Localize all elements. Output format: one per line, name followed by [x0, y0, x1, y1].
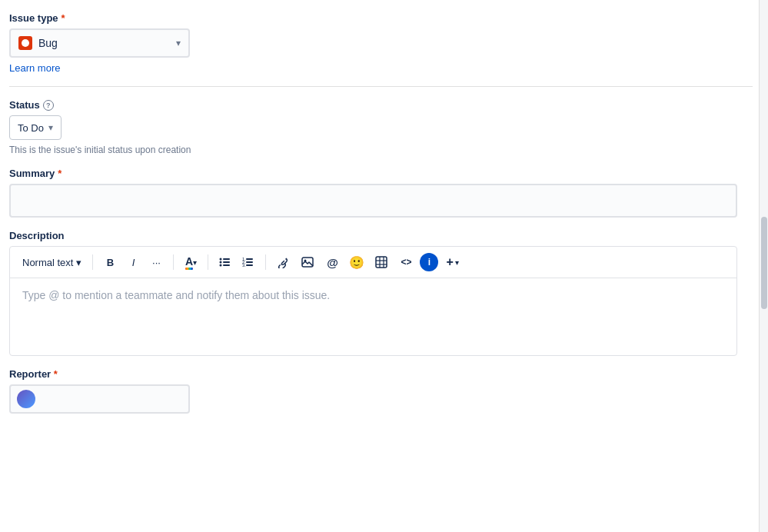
scrollbar-thumb[interactable]	[761, 217, 767, 309]
svg-rect-14	[376, 257, 387, 268]
summary-required: *	[58, 168, 62, 179]
reporter-label: Reporter *	[9, 368, 753, 380]
status-info-icon[interactable]: ?	[43, 100, 54, 111]
status-label-text: Status	[9, 99, 40, 111]
issue-type-left: Bug	[18, 36, 58, 50]
svg-rect-3	[223, 261, 230, 263]
bug-icon	[18, 36, 32, 50]
toolbar-divider-1	[92, 254, 93, 270]
status-label: Status ?	[9, 99, 753, 111]
issue-type-section: Issue type * Bug ▾ Learn more	[9, 12, 753, 74]
issue-type-chevron-icon: ▾	[176, 38, 181, 48]
description-label: Description	[9, 230, 753, 241]
status-dropdown[interactable]: To Do ▾	[9, 115, 62, 140]
issue-type-value: Bug	[38, 37, 58, 49]
mention-button[interactable]: @	[321, 251, 343, 273]
svg-text:3.: 3.	[242, 263, 246, 268]
color-a-letter: A	[185, 255, 193, 268]
reporter-section: Reporter *	[9, 368, 753, 414]
summary-section: Summary *	[9, 168, 753, 218]
info-letter: i	[428, 257, 431, 268]
status-section: Status ? To Do ▾ This is the issue's ini…	[9, 99, 753, 155]
reporter-input[interactable]	[9, 384, 190, 414]
code-button[interactable]: <>	[395, 251, 417, 273]
color-a-wrapper: A	[185, 255, 193, 270]
svg-rect-5	[223, 264, 230, 266]
svg-rect-1	[223, 258, 230, 260]
color-underline	[185, 268, 193, 270]
color-chevron-icon: ▾	[193, 258, 197, 267]
list-group: 1. 2. 3.	[214, 251, 259, 273]
description-editor: Normal text ▾ B I ··· A ▾	[9, 246, 737, 356]
link-button[interactable]	[272, 251, 294, 273]
plus-chevron-icon: ▾	[455, 258, 459, 267]
ordered-list-button[interactable]: 1. 2. 3.	[238, 251, 259, 273]
text-color-button[interactable]: A ▾	[180, 251, 201, 273]
bullet-list-button[interactable]	[214, 251, 236, 273]
issue-type-label: Issue type *	[9, 12, 753, 24]
status-note: This is the issue's initial status upon …	[9, 145, 753, 155]
editor-placeholder: Type @ to mention a teammate and notify …	[22, 289, 330, 301]
svg-rect-9	[246, 261, 253, 263]
editor-content-area[interactable]: Type @ to mention a teammate and notify …	[10, 278, 736, 355]
status-value: To Do	[18, 122, 44, 134]
form-container: Issue type * Bug ▾ Learn more Status ? T…	[0, 0, 768, 532]
description-section: Description Normal text ▾ B I ···	[9, 230, 753, 356]
summary-input[interactable]	[9, 184, 737, 218]
summary-label: Summary *	[9, 168, 753, 179]
svg-rect-7	[246, 258, 253, 260]
toolbar-divider-4	[265, 254, 266, 270]
text-style-button[interactable]: Normal text ▾	[18, 254, 86, 271]
emoji-button[interactable]: 🙂	[346, 251, 367, 273]
issue-type-dropdown[interactable]: Bug ▾	[9, 28, 190, 58]
table-icon	[375, 256, 387, 268]
learn-more-link[interactable]: Learn more	[9, 62, 60, 74]
summary-label-text: Summary	[9, 168, 55, 179]
toolbar-divider-2	[173, 254, 174, 270]
issue-type-label-text: Issue type	[9, 12, 58, 24]
bug-icon-inner	[22, 39, 29, 47]
toolbar-divider-3	[208, 254, 208, 270]
format-group: B I ···	[99, 251, 167, 273]
bullet-list-icon	[219, 256, 231, 268]
scrollbar[interactable]	[759, 0, 768, 532]
status-chevron-icon: ▾	[48, 122, 53, 133]
image-icon	[301, 256, 314, 268]
plus-more-button[interactable]: + ▾	[441, 252, 463, 272]
info-button[interactable]: i	[420, 253, 438, 271]
ordered-list-icon: 1. 2. 3.	[242, 256, 254, 268]
reporter-avatar	[17, 390, 35, 408]
reporter-required: *	[54, 368, 58, 380]
bold-button[interactable]: B	[99, 251, 121, 273]
text-style-label: Normal text	[22, 257, 73, 268]
svg-point-4	[220, 264, 222, 267]
issue-type-required: *	[62, 12, 65, 24]
svg-point-0	[220, 258, 222, 261]
text-style-chevron-icon: ▾	[76, 257, 81, 268]
svg-rect-11	[246, 264, 253, 266]
link-icon	[277, 256, 289, 268]
svg-point-2	[220, 261, 222, 264]
italic-button[interactable]: I	[122, 251, 144, 273]
table-button[interactable]	[371, 251, 392, 273]
editor-toolbar: Normal text ▾ B I ··· A ▾	[10, 247, 736, 278]
divider-1	[9, 86, 753, 87]
image-button[interactable]	[297, 251, 318, 273]
reporter-label-text: Reporter	[9, 368, 51, 380]
plus-icon: +	[446, 255, 453, 269]
more-format-button[interactable]: ···	[145, 251, 167, 273]
